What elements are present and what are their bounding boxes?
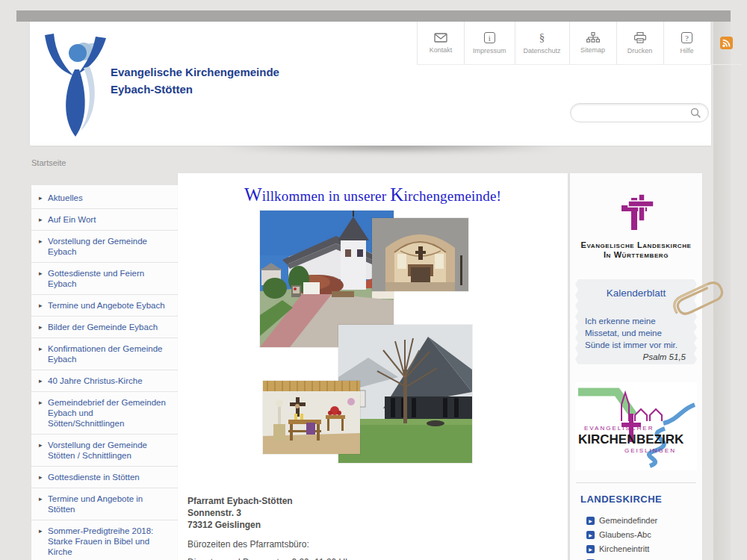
nav-item-kontakt[interactable]: Kontakt [417,22,464,65]
search-icon[interactable] [690,108,701,119]
menu-arrow-icon: ▸ [39,193,43,203]
kirchenbezirk-logo: EVANGELISCHER KIRCHEN BEZIRK GEISLINGEN [575,382,697,470]
nav-label: Drucken [627,47,653,55]
sidebar-item-label: Sommer-Predigtreihe 2018: Starke Frauen … [48,526,153,556]
sidebar-item-termine-eybach[interactable]: ▸Termine und Angebote Eybach [31,295,178,317]
right-sidebar: Evangelische Landeskirche In Württemberg… [570,173,702,560]
page-title-text: irchengemeinde! [403,188,501,204]
elk-logo-text: Evangelische Landeskirche In Württemberg [570,240,702,260]
nav-item-impressum[interactable]: i Impressum [464,22,515,65]
page-title-text: illkommen in unserer [262,188,390,204]
sidebar-item-vorstellung-stoetten[interactable]: ▸Vorstellung der Gemeinde Stötten / Schn… [31,435,178,467]
sidebar-divider [576,482,696,483]
sidebar-item-label: 40 Jahre Christus-Kirche [48,376,143,385]
photo-stoetten-church-interior [263,381,360,454]
sidebar-item-auf-ein-wort[interactable]: ▸Auf Ein Wort [31,209,178,231]
menu-arrow-icon: ▸ [39,236,43,246]
bezirk-word1: KIRCHEN [578,432,636,447]
play-icon: ▶ [586,545,595,553]
menu-arrow-icon: ▸ [39,494,43,504]
paperclip-icon [663,278,732,321]
menu-arrow-icon: ▸ [39,214,43,225]
menu-arrow-icon: ▸ [39,322,43,332]
header: Evangelische Kirchengemeinde Eybach-Stöt… [30,22,711,146]
kirchenbezirk-logo-banner[interactable]: EVANGELISCHER KIRCHEN BEZIRK GEISLINGEN [575,382,697,470]
utility-nav: Kontakt i Impressum § Datenschutz Sitema… [417,22,742,65]
nav-label: Datenschutz [524,47,561,55]
address-line: 73312 Geislingen [187,519,353,531]
paragraph-icon: § [539,32,545,43]
info-icon: i [484,32,495,43]
menu-arrow-icon: ▸ [39,343,43,354]
nav-item-sitemap[interactable]: Sitemap [569,22,616,65]
elk-logo-line1: Evangelische Landeskirche [570,240,702,250]
nav-item-hilfe[interactable]: ? Hilfe [663,22,710,65]
bezirk-line3: GEISLINGEN [624,447,676,454]
photo-eybach-church-interior [372,218,468,291]
page-title-cap: W [244,184,262,205]
mail-icon [434,33,447,43]
play-icon: ▶ [586,517,595,525]
rss-icon [720,37,733,49]
nav-label: Hilfe [681,47,694,55]
sidebar-item-gottesdienste-stoetten[interactable]: ▸Gottesdienste in Stötten [31,467,178,488]
sidebar-item-label: Aktuelles [48,193,83,202]
breadcrumb[interactable]: Startseite [31,158,66,167]
site-title-line2: Eybach-Stötten [111,81,279,98]
page-title: Willkommen in unserer Kirchengemeinde! [178,184,568,205]
nav-item-drucken[interactable]: Drucken [616,22,663,65]
address-line: Pfarramt Eybach-Stötten [187,495,353,507]
link-label: Kircheneintritt [599,544,649,553]
search-input[interactable] [577,107,690,119]
main-content: Willkommen in unserer Kirchengemeinde! [178,173,568,560]
rss-button[interactable] [710,22,742,65]
sidebar-item-konfirmationen[interactable]: ▸Konfirmationen der Gemeinde Eybach [31,338,178,370]
play-icon: ▶ [586,531,595,539]
sidebar-item-termine-stoetten[interactable]: ▸Termine und Angebote in Stötten [31,488,178,520]
sidebar-item-label: Vorstellung der Gemeinde Stötten / Schni… [48,441,147,460]
nav-label: Kontakt [430,46,453,54]
sitemap-icon [586,32,600,43]
sidebar-item-label: Bilder der Gemeinde Eybach [48,323,158,332]
elk-logo-line2: In Württemberg [570,250,702,260]
kalenderblatt-source: Psalm 51,5 [575,352,697,361]
menu-arrow-icon: ▸ [39,472,43,482]
page-title-cap: K [390,184,403,205]
site-title-line1: Evangelische Kirchengemeinde [111,63,279,81]
printer-icon [634,32,646,43]
sidebar-item-label: Vorstellung der Gemeinde Eybach [48,237,147,256]
office-hours-value: Dienstag und Donnerstag 9.20 -11.20 Uhr [187,556,353,560]
link-label: Glaubens-Abc [599,530,651,539]
menu-arrow-icon: ▸ [39,300,43,311]
sidebar-item-label: Termine und Angebote in Stötten [48,494,143,514]
nav-item-datenschutz[interactable]: § Datenschutz [515,22,569,65]
site-title: Evangelische Kirchengemeinde Eybach-Stöt… [111,63,279,98]
sidebar-item-label: Termine und Angebote Eybach [48,301,165,310]
search-box [570,103,709,122]
link-label: Gemeindefinder [599,516,657,525]
sidebar-item-label: Auf Ein Wort [48,215,96,224]
sidebar-item-bilder-eybach[interactable]: ▸Bilder der Gemeinde Eybach [31,317,178,338]
link-glaubens-abc[interactable]: ▶ Glaubens-Abc [586,530,702,539]
link-kircheneintritt[interactable]: ▶ Kircheneintritt [586,544,702,553]
sidebar-item-vorstellung-eybach[interactable]: ▸Vorstellung der Gemeinde Eybach [31,231,178,263]
sidebar-item-sommer-predigtreihe[interactable]: ▸Sommer-Predigtreihe 2018: Starke Frauen… [31,520,178,560]
sidebar-item-40-jahre[interactable]: ▸40 Jahre Christus-Kirche [31,370,178,392]
landeskirche-links: ▶ Gemeindefinder ▶ Glaubens-Abc ▶ Kirche… [586,516,702,560]
sidebar-item-label: Konfirmationen der Gemeinde Eybach [48,344,162,364]
sidebar-item-label: Gottesdienste und Feiern Eybach [48,269,144,288]
sidebar-item-label: Gottesdienste in Stötten [48,473,140,482]
nav-label: Impressum [473,47,506,55]
address-line: Sonnenstr. 3 [187,507,353,519]
site-logo[interactable] [40,31,109,141]
sidebar-item-gottesdienste-eybach[interactable]: ▸Gottesdienste und Feiern Eybach [31,263,178,295]
menu-arrow-icon: ▸ [39,376,43,386]
elk-logo-banner[interactable]: Evangelische Landeskirche In Württemberg [570,173,702,260]
sidebar-item-aktuelles[interactable]: ▸Aktuelles [31,187,178,209]
contact-address: Pfarramt Eybach-Stötten Sonnenstr. 3 733… [187,495,353,560]
help-icon: ? [681,32,692,43]
menu-arrow-icon: ▸ [39,440,43,450]
link-gemeindefinder[interactable]: ▶ Gemeindefinder [586,516,702,525]
sidebar-item-gemeindebrief[interactable]: ▸Gemeindebrief der Gemeinden Eybach und … [31,392,178,435]
elk-cross-icon [617,194,656,233]
